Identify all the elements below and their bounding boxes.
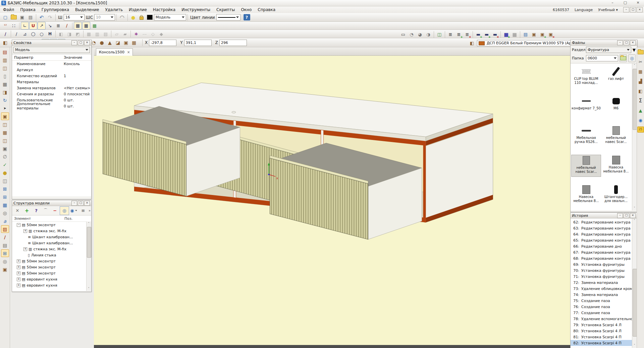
panel-close-icon[interactable]: × [84,40,90,45]
tree-item[interactable]: −▤50мм эксентрт [12,222,91,228]
history-item[interactable]: 70:Установка фурнитуры [571,267,637,274]
prop-row[interactable]: Замена материалов<Нет схемы> [12,85,91,91]
history-item[interactable]: 75:Создание паза [571,298,637,304]
furn-sphere-icon[interactable]: ● [98,39,106,46]
menu-scripts[interactable]: Скрипты [213,7,238,13]
ltool-cab3-icon[interactable]: ◫ [1,137,9,144]
replace-panel-icon[interactable]: ◫ [435,31,443,38]
tree-item[interactable]: ▯Линия стыка [12,252,91,258]
tree-link-icon[interactable]: ⌒ [41,206,50,215]
properties-scope-combo[interactable]: Модель [13,47,90,53]
expand-icon[interactable]: + [23,229,27,233]
ltool-noedit-icon[interactable]: ∅ [1,153,9,160]
coord-x-input[interactable]: -297,8 [149,40,176,46]
material-picker-icon[interactable]: ◧ [468,39,476,47]
file-item[interactable]: газ лифт [601,66,631,88]
tree-tools-icon[interactable]: ✕ [13,206,22,215]
block-add-icon[interactable]: ■ [502,31,510,38]
panel-minimize-icon[interactable]: – [617,213,623,218]
menu-window[interactable]: Окно [238,7,255,13]
panel-minimize-icon[interactable]: – [71,40,77,45]
ltool-cursor-icon[interactable]: ➤ [1,104,9,112]
array-row-icon[interactable]: ▥ [93,30,101,38]
gears-2-icon[interactable]: ◕ [416,31,424,38]
expand-icon[interactable]: + [17,284,20,287]
furn-cab-icon[interactable]: ▣ [122,39,130,46]
box-tool-3-icon[interactable]: ▣ [547,31,555,38]
coord-y-input[interactable]: 391,1 [184,40,212,46]
history-item[interactable]: 79:Установка Scarpi 4 Л [571,322,637,328]
history-scrollbar[interactable]: ˄ ˅ [632,218,637,348]
minimize-icon[interactable]: – [608,0,616,5]
width-combo[interactable]: 16 [64,14,85,20]
rdock-cabinet-icon[interactable]: ▦ [637,68,644,75]
help-icon[interactable]: ? [244,14,250,20]
tree-remove-icon[interactable]: − [50,206,60,215]
ltool-grid2-icon[interactable]: ⊞ [1,249,9,257]
ltool-cab1-icon[interactable]: ◫ [1,120,9,128]
rdock-app-badge[interactable]: 25 [637,127,644,133]
expand-icon[interactable]: + [17,265,20,269]
restore-icon[interactable]: ▢ [621,0,629,5]
prop-row[interactable]: Артикул [12,67,91,73]
rdock-folder-icon[interactable] [637,49,644,55]
furn-corner-icon[interactable]: ◪ [114,39,122,46]
history-item[interactable]: 81:Установка Scarpi 4 П [571,334,637,340]
coord-z-input[interactable]: 296 [219,40,247,46]
mdi-minimize-icon[interactable]: – [623,7,629,12]
undo-icon[interactable]: ↶ [38,13,46,21]
panel-minimize-icon[interactable]: – [617,40,623,45]
scroll-up-icon[interactable]: ˄ [87,221,91,226]
layer-color-swatch[interactable] [147,15,153,20]
gears-3-icon[interactable]: ◑ [424,31,432,38]
ellipse-tool-icon[interactable]: ○ [38,30,46,38]
redo-icon[interactable]: ↷ [46,13,54,21]
file-item-selected[interactable]: небельный навес Scar... [571,155,601,177]
panel-close-icon[interactable]: × [630,213,636,218]
menu-product[interactable]: Изделие [126,7,150,13]
ltool-block-icon[interactable]: ▣ [1,145,9,152]
box-tool-1-icon[interactable]: ▣ [530,31,538,38]
file-item[interactable]: Навеска мебельная 8... [571,184,601,206]
tree-item[interactable]: +▥стяжка экс. M-fix [12,246,91,252]
panel-maximize-icon[interactable]: ▢ [78,40,84,45]
tree-item[interactable]: +▤50мм эксентрт [12,264,91,270]
history-item[interactable]: 67:Редактирование контура и о [571,249,637,255]
ltool-halfbox-icon[interactable]: ◨ [1,88,9,96]
new-file-icon[interactable]: ▢ [1,13,9,21]
razdel-combo[interactable]: Фурнитура [586,47,631,53]
lock-icon[interactable] [138,13,146,21]
history-item[interactable]: 69:Установка фурнитуры [571,261,637,267]
ltool-rotate-icon[interactable]: ↻ [1,96,9,104]
history-item[interactable]: 72:Замена материала [571,280,637,286]
construction-line-icon[interactable]: ‒‒ [141,30,149,38]
history-item[interactable]: 74:Замена материала [571,292,637,298]
files-scrollbar[interactable]: ˄ ˅ [632,63,637,210]
ltool-crate-icon[interactable]: ◫ [1,177,9,185]
block-gray-icon[interactable]: ■ [511,31,519,38]
mirror-copy-icon[interactable]: ◩ [74,30,82,38]
history-item-selected[interactable]: 82:Установка Scarpi 4 П [571,340,637,346]
tree-visibility-icon[interactable]: ◉ [69,206,78,215]
history-item[interactable]: 65:Редактирование контура и о [571,237,637,243]
open-file-icon[interactable] [10,13,18,21]
furn-shelfset-icon[interactable]: ▦ [130,39,138,46]
furn-panel-icon[interactable]: ◧ [1,39,9,46]
panel-mode-a-icon[interactable]: ▦ [74,22,82,30]
panel-remove-icon[interactable]: ▬ [491,31,499,38]
tree-overflow-icon[interactable]: » [89,209,91,212]
paste-contour-icon[interactable]: ▱ [113,30,121,38]
ltool-text-icon[interactable]: a [1,217,9,225]
line-color-combo[interactable] [216,14,240,20]
prop-row[interactable]: Количество изделий1 [12,73,91,79]
search-icon[interactable]: ◎ [628,54,636,62]
ltool-sheet-icon[interactable]: ▯ [1,72,9,80]
width2-combo[interactable]: 10 [94,14,115,20]
history-item[interactable]: 76:Создание паза [571,304,637,310]
file-item[interactable]: Мебельная ручка RS26... [571,125,601,147]
file-item[interactable]: М6 [601,96,631,118]
tree-item[interactable]: +▤50мм эксентрт [12,270,91,276]
ltool-check-icon[interactable]: ✓ [1,161,9,168]
panel-minimize-icon[interactable]: – [71,201,77,206]
panel-close-icon[interactable]: × [630,40,636,45]
